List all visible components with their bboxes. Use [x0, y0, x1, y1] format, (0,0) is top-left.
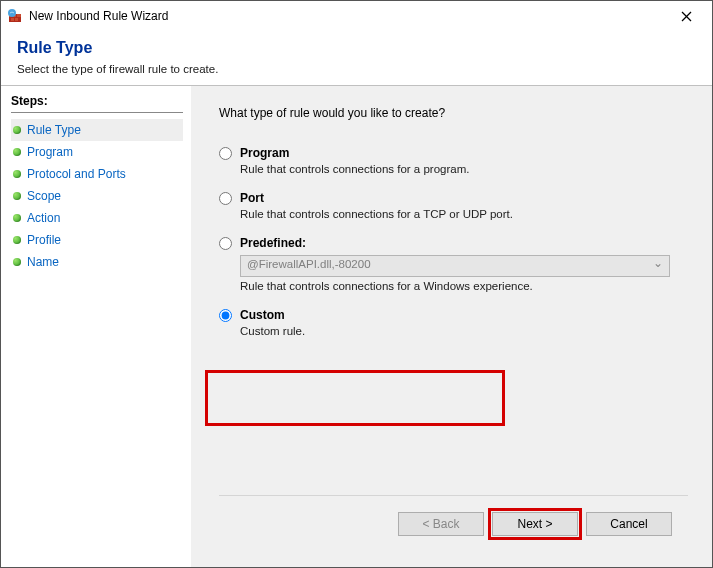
step-rule-type[interactable]: Rule Type [11, 119, 183, 141]
firewall-icon [7, 8, 23, 24]
page-header: Rule Type Select the type of firewall ru… [1, 31, 712, 85]
content-pane: What type of rule would you like to crea… [191, 86, 712, 567]
page-heading: Rule Type [17, 39, 696, 57]
step-protocol-ports[interactable]: Protocol and Ports [11, 163, 183, 185]
step-label: Profile [27, 233, 61, 247]
radio-port-input[interactable] [219, 192, 232, 205]
option-desc: Rule that controls connections for a Win… [240, 280, 688, 292]
radio-port[interactable]: Port [219, 191, 688, 205]
option-desc: Rule that controls connections for a pro… [240, 163, 688, 175]
step-profile[interactable]: Profile [11, 229, 183, 251]
option-custom: Custom Custom rule. [219, 308, 688, 337]
next-button-wrap: Next > [492, 512, 578, 536]
step-label: Scope [27, 189, 61, 203]
predefined-dropdown[interactable]: @FirewallAPI.dll,-80200 [240, 255, 670, 277]
option-label: Program [240, 146, 289, 160]
option-label: Predefined: [240, 236, 306, 250]
steps-title: Steps: [11, 94, 183, 113]
option-label: Custom [240, 308, 285, 322]
bullet-icon [13, 148, 21, 156]
radio-custom-input[interactable] [219, 309, 232, 322]
wizard-window: New Inbound Rule Wizard Rule Type Select… [0, 0, 713, 568]
option-port: Port Rule that controls connections for … [219, 191, 688, 220]
radio-program[interactable]: Program [219, 146, 688, 160]
option-desc: Rule that controls connections for a TCP… [240, 208, 688, 220]
step-program[interactable]: Program [11, 141, 183, 163]
step-label: Rule Type [27, 123, 81, 137]
svg-rect-5 [15, 18, 18, 21]
cancel-button[interactable]: Cancel [586, 512, 672, 536]
radio-custom[interactable]: Custom [219, 308, 688, 322]
bullet-icon [13, 214, 21, 222]
step-label: Name [27, 255, 59, 269]
window-title: New Inbound Rule Wizard [29, 9, 666, 23]
rule-type-options: Program Rule that controls connections f… [219, 146, 688, 337]
option-predefined: Predefined: @FirewallAPI.dll,-80200 Rule… [219, 236, 688, 292]
titlebar: New Inbound Rule Wizard [1, 1, 712, 31]
rule-type-prompt: What type of rule would you like to crea… [219, 106, 688, 120]
svg-rect-4 [11, 18, 14, 21]
option-label: Port [240, 191, 264, 205]
next-button[interactable]: Next > [492, 512, 578, 536]
radio-program-input[interactable] [219, 147, 232, 160]
bullet-icon [13, 192, 21, 200]
bullet-icon [13, 170, 21, 178]
back-button[interactable]: < Back [398, 512, 484, 536]
radio-predefined[interactable]: Predefined: [219, 236, 688, 250]
steps-pane: Steps: Rule Type Program Protocol and Po… [1, 86, 191, 567]
bullet-icon [13, 126, 21, 134]
step-name[interactable]: Name [11, 251, 183, 273]
svg-rect-3 [17, 14, 21, 17]
option-desc: Custom rule. [240, 325, 688, 337]
svg-point-6 [8, 9, 16, 17]
radio-predefined-input[interactable] [219, 237, 232, 250]
step-scope[interactable]: Scope [11, 185, 183, 207]
wizard-body: Steps: Rule Type Program Protocol and Po… [1, 86, 712, 567]
bullet-icon [13, 236, 21, 244]
step-label: Action [27, 211, 60, 225]
bullet-icon [13, 258, 21, 266]
page-subtitle: Select the type of firewall rule to crea… [17, 63, 696, 75]
step-action[interactable]: Action [11, 207, 183, 229]
step-label: Program [27, 145, 73, 159]
predefined-selected-value: @FirewallAPI.dll,-80200 [247, 258, 371, 270]
option-program: Program Rule that controls connections f… [219, 146, 688, 175]
wizard-footer: < Back Next > Cancel [219, 495, 688, 551]
step-label: Protocol and Ports [27, 167, 126, 181]
close-button[interactable] [666, 2, 706, 30]
